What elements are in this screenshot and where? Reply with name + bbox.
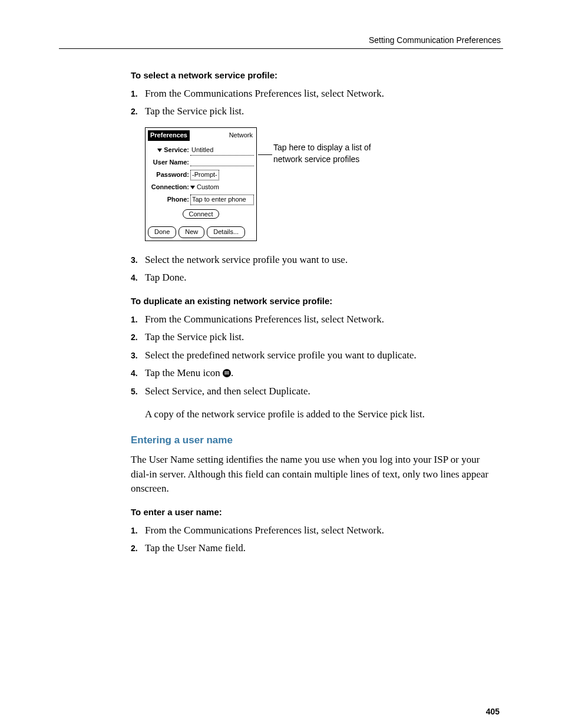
step-number: 3. [131,348,145,363]
step-text: Select Service, and then select Duplicat… [145,384,498,399]
step-number: 3. [131,253,145,268]
phone-label: Phone: [148,195,190,205]
page-number: 405 [486,707,500,716]
done-button[interactable]: Done [148,226,176,238]
header-rule [59,48,503,49]
step-text: From the Communications Preferences list… [145,87,498,101]
step-text: Tap the Menu icon . [145,366,498,381]
step-number: 1. [131,87,145,101]
username-label: User Name: [148,158,190,167]
service-picklist[interactable]: Untitled [190,146,254,156]
dropdown-icon [157,149,162,152]
device-titlebar: Preferences Network [148,130,254,141]
figure-row: Preferences Network Service: Untitled Us… [145,127,498,241]
section1-heading: To select a network service profile: [131,69,498,82]
section3-body: The User Name setting identifies the nam… [131,453,498,496]
section2-heading: To duplicate an existing network service… [131,295,498,308]
step-text: Tap the Service pick list. [145,104,498,119]
step-number: 2. [131,541,145,556]
list-item: 2.Tap the Service pick list. [131,104,498,119]
new-button[interactable]: New [178,226,204,238]
password-label: Password: [148,170,190,180]
figure-callout: Tap here to display a list of network se… [273,141,379,166]
device-title: Preferences [148,130,190,141]
section2-steps: 1.From the Communications Preferences li… [131,312,498,399]
step-text: Tap the User Name field. [145,541,498,556]
section2-result: A copy of the network service profile is… [145,407,498,422]
device-category-picker[interactable]: Network [228,130,254,141]
page: Setting Communication Preferences To sel… [0,0,562,728]
password-field[interactable]: -Prompt- [190,170,219,180]
connection-picklist[interactable]: Custom [190,183,219,192]
phone-field[interactable]: Tap to enter phone [190,195,254,205]
running-header: Setting Communication Preferences [59,35,503,45]
list-item: 5.Select Service, and then select Duplic… [131,384,498,399]
step-text: Tap Done. [145,271,498,285]
section1-steps: 1.From the Communications Preferences li… [131,87,498,119]
list-item: 3.Select the predefined network service … [131,348,498,363]
step-text: From the Communications Preferences list… [145,523,498,538]
details-button[interactable]: Details... [207,226,245,238]
step-text: From the Communications Preferences list… [145,312,498,327]
step-number: 2. [131,104,145,119]
menu-icon [223,369,231,377]
main-content: To select a network service profile: 1.F… [131,69,498,556]
section3-subheading: To enter a user name: [131,506,498,519]
list-item: 3.Select the network service profile you… [131,253,498,268]
step-number: 1. [131,312,145,327]
section3-heading: Entering a user name [131,433,498,448]
list-item: 1.From the Communications Preferences li… [131,87,498,101]
list-item: 2.Tap the User Name field. [131,541,498,556]
step-number: 5. [131,384,145,399]
username-field[interactable] [190,159,254,166]
step-text: Tap the Service pick list. [145,330,498,345]
list-item: 1.From the Communications Preferences li… [131,523,498,538]
connect-button[interactable]: Connect [183,209,220,219]
connection-label: Connection: [148,183,190,192]
step-number: 2. [131,330,145,345]
device-screenshot: Preferences Network Service: Untitled Us… [145,127,257,241]
step-text: Select the predefined network service pr… [145,348,498,363]
dropdown-icon [190,186,195,189]
section3-steps: 1.From the Communications Preferences li… [131,523,498,556]
list-item: 2.Tap the Service pick list. [131,330,498,345]
list-item: 1.From the Communications Preferences li… [131,312,498,327]
step-number: 4. [131,271,145,285]
list-item: 4.Tap Done. [131,271,498,285]
step-number: 1. [131,523,145,538]
step-number: 4. [131,366,145,381]
step-text: Select the network service profile you w… [145,253,498,268]
section1-steps-cont: 3.Select the network service profile you… [131,253,498,285]
list-item: 4.Tap the Menu icon . [131,366,498,381]
service-label: Service: [148,146,190,155]
